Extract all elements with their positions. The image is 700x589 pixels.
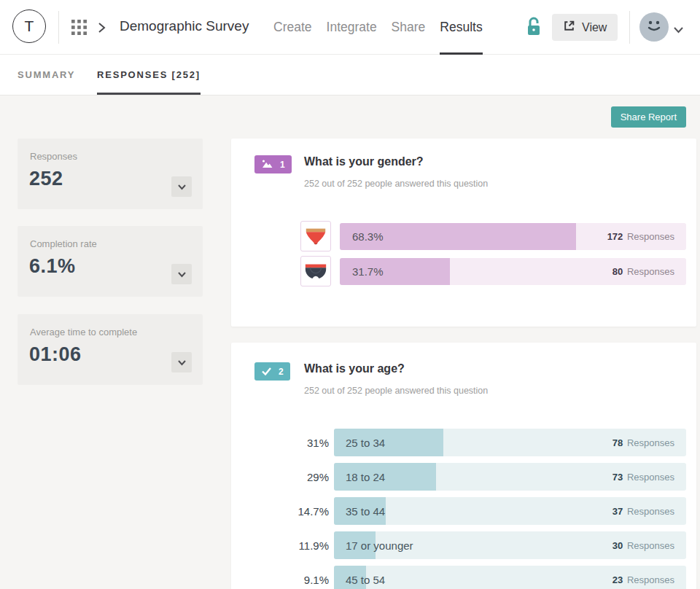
smiley-face-icon [639, 11, 669, 43]
header-divider [58, 11, 59, 44]
answer-percent: 11.9% [256, 539, 329, 552]
chevron-down-icon [177, 269, 187, 280]
woman-underwear-icon [300, 221, 331, 251]
chevron-down-icon [177, 182, 187, 192]
question-number: 2 [279, 367, 284, 377]
answer-bar: 35 to 44 37 Responses [334, 497, 686, 525]
view-button-label: View [582, 21, 607, 34]
question-subtitle: 252 out of 252 people answered this ques… [304, 386, 488, 396]
answer-bar: 31.7% 80 Responses [340, 258, 686, 285]
answer-percent: 31.7% [352, 265, 384, 278]
question-number: 1 [280, 160, 285, 170]
top-bar: T Demographic Survey Create Integrate Sh… [0, 0, 700, 55]
tab-summary[interactable]: SUMMARY [18, 55, 75, 95]
question-number-badge: 2 [254, 362, 290, 381]
nav-item-results[interactable]: Results [440, 0, 482, 55]
stat-label: Completion rate [30, 238, 97, 249]
question-title: What is your age? [304, 362, 405, 375]
question-title: What is your gender? [304, 155, 424, 168]
chevron-down-icon [177, 357, 187, 368]
stat-label: Average time to complete [30, 327, 137, 338]
answer-label: 18 to 24 [346, 471, 385, 483]
stat-card-average-time: Average time to complete 01:06 [18, 314, 203, 385]
answer-responses: 80 Responses [612, 266, 674, 277]
stat-dropdown-button[interactable] [171, 352, 192, 372]
stat-card-responses: Responses 252 [18, 139, 203, 209]
answer-row: 31% 25 to 34 78 Responses [256, 429, 686, 456]
answer-percent: 31% [256, 437, 329, 449]
answer-responses: 78 Responses [612, 437, 674, 448]
nav-item-create[interactable]: Create [273, 0, 312, 55]
answer-bar: 45 to 54 23 Responses [334, 566, 686, 589]
answer-label: 17 or younger [346, 539, 413, 552]
app-screen: T Demographic Survey Create Integrate Sh… [0, 0, 700, 589]
answer-label: 35 to 44 [346, 505, 385, 518]
stat-value: 6.1% [29, 255, 76, 278]
account-menu-chevron-icon[interactable] [673, 23, 684, 36]
stat-card-completion-rate: Completion rate 6.1% [18, 226, 203, 297]
man-underwear-icon [300, 256, 331, 286]
stat-label: Responses [30, 151, 77, 162]
header-divider [629, 11, 630, 44]
answer-responses: 30 Responses [612, 540, 674, 551]
answer-row: 11.9% 17 or younger 30 Responses [256, 531, 686, 559]
answer-responses: 37 Responses [612, 506, 674, 517]
unlocked-padlock-icon[interactable] [526, 17, 542, 40]
breadcrumb-chevron-icon [98, 22, 106, 36]
header-nav: Create Integrate Share Results [273, 0, 483, 55]
share-report-button[interactable]: Share Report [611, 106, 686, 128]
answer-bar: 68.3% 172 Responses [340, 223, 686, 250]
answer-responses: 172 Responses [607, 231, 674, 242]
answer-label: 25 to 34 [346, 437, 385, 449]
workspace-logo-letter: T [25, 17, 34, 35]
answer-percent: 14.7% [256, 505, 329, 518]
stat-value: 252 [29, 168, 63, 190]
answer-row: 31.7% 80 Responses [300, 256, 686, 286]
question-number-badge: 1 [254, 155, 292, 173]
form-title[interactable]: Demographic Survey [120, 18, 249, 34]
workspace-logo[interactable]: T [12, 9, 46, 43]
view-button[interactable]: View [552, 14, 618, 41]
answer-bar: 17 or younger 30 Responses [334, 531, 686, 559]
answer-row: 29% 18 to 24 73 Responses [256, 463, 686, 491]
account-avatar[interactable] [639, 12, 669, 42]
question-card-gender: 1 What is your gender? 252 out of 252 pe… [231, 139, 696, 327]
nav-item-share[interactable]: Share [392, 0, 426, 55]
results-tab-bar: SUMMARY RESPONSES [252] [0, 55, 700, 95]
stat-dropdown-button[interactable] [171, 264, 192, 284]
external-link-icon [563, 20, 575, 35]
question-subtitle: 252 out of 252 people answered this ques… [304, 179, 488, 189]
answer-row: 9.1% 45 to 54 23 Responses [256, 566, 686, 589]
answer-percent: 9.1% [256, 574, 329, 586]
workspaces-grid-icon[interactable] [71, 20, 87, 35]
answer-bar: 18 to 24 73 Responses [334, 463, 686, 491]
answer-row: 14.7% 35 to 44 37 Responses [256, 497, 686, 525]
answer-percent: 29% [256, 471, 329, 483]
answer-responses: 73 Responses [612, 472, 674, 483]
answer-bar: 25 to 34 78 Responses [334, 429, 686, 456]
tab-responses[interactable]: RESPONSES [252] [97, 55, 201, 95]
answer-responses: 23 Responses [612, 574, 674, 585]
stat-value: 01:06 [29, 343, 82, 366]
check-icon [261, 365, 272, 378]
stat-dropdown-button[interactable] [171, 176, 192, 197]
answer-percent: 68.3% [352, 230, 384, 243]
answer-label: 45 to 54 [346, 574, 385, 586]
nav-item-integrate[interactable]: Integrate [327, 0, 377, 55]
picture-choice-icon [261, 158, 273, 171]
question-card-age: 2 What is your age? 252 out of 252 peopl… [231, 343, 696, 589]
answer-row: 68.3% 172 Responses [300, 221, 686, 251]
results-content: Share Report Responses 252 Completion ra… [0, 95, 700, 589]
